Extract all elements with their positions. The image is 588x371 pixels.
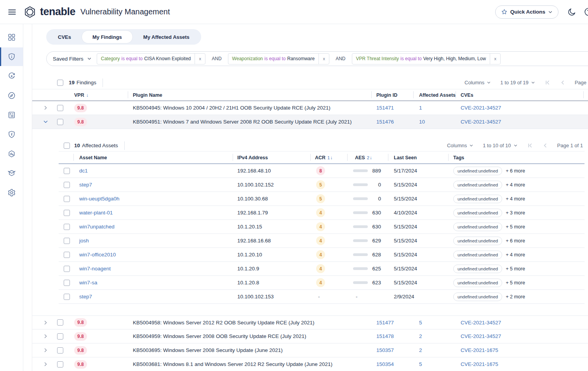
row-checkbox[interactable] [57,333,63,340]
column-header-aes[interactable]: AES 2 [347,152,388,164]
plugin-id-link[interactable]: 151477 [376,320,394,326]
affected-assets-link[interactable]: 2 [419,347,422,353]
expand-chevron-icon[interactable] [32,334,55,339]
tag-pill[interactable]: undefined:undefined [453,209,502,217]
sidebar-item-settings[interactable] [0,183,23,202]
affected-asset-row[interactable]: step710.100.102.153--2/9/2024undefined:u… [59,290,585,304]
cve-link[interactable]: CVE-2021-1675 [461,361,498,367]
dark-mode-moon-icon[interactable] [567,7,577,17]
previous-page-button[interactable] [542,143,548,148]
row-checkbox[interactable] [57,347,63,354]
cve-link[interactable]: CVE-2021-1675 [461,347,498,353]
asset-name-link[interactable]: win7-noagent [79,266,111,272]
affected-assets-link[interactable]: 10 [419,119,425,125]
more-tags-link[interactable]: + 4 more [506,196,525,202]
cve-link[interactable]: CVE-2021-34527 [461,320,501,326]
column-header-cves[interactable]: CVEs [456,89,583,101]
first-page-button[interactable] [527,143,533,148]
column-header-last-seen[interactable]: Last Seen [388,152,448,164]
column-header-plugin-name[interactable]: Plugin Name [128,89,371,101]
affected-asset-row[interactable]: josh192.168.16.6846295/15/2024undefined:… [59,234,585,248]
affected-asset-row[interactable]: win-ueupt5dga0h10.100.30.68505/15/2024un… [59,192,585,206]
affected-asset-row[interactable]: win7-noagent10.1.20.946255/15/2024undefi… [59,262,585,276]
column-header-plugin-id[interactable]: Plugin ID [371,89,413,101]
columns-dropdown[interactable]: Columns [464,80,491,85]
plugin-id-link[interactable]: 151471 [376,105,394,111]
column-header-ipv4[interactable]: IPv4 Address [233,152,310,164]
affected-assets-link[interactable]: 5 [419,320,422,326]
row-checkbox[interactable] [57,119,63,125]
more-tags-link[interactable]: + 6 more [506,238,525,244]
row-checkbox[interactable] [64,266,70,272]
plugin-id-link[interactable]: 150354 [376,361,394,367]
asset-name-link[interactable]: water-plant-01 [79,210,113,216]
more-tags-link[interactable]: + 2 more [506,294,525,300]
sidebar-item-reports[interactable] [0,106,23,124]
more-tags-link[interactable]: + 6 more [506,168,525,174]
column-header-acr[interactable]: ACR 1 [310,152,347,164]
affected-asset-row[interactable]: win7-sa10.1.20.846235/15/2024undefined:u… [59,276,585,290]
sidebar-item-attack-path[interactable] [0,125,23,144]
tag-pill[interactable]: undefined:undefined [453,223,502,231]
sidebar-item-dashboards[interactable] [0,28,23,47]
columns-dropdown[interactable]: Columns [447,143,473,148]
column-header-vpr[interactable]: VPR [68,89,128,101]
expand-chevron-icon[interactable] [32,320,55,325]
sidebar-item-findings[interactable] [0,47,23,66]
sidebar-item-scans[interactable] [0,67,23,85]
rows-range-dropdown[interactable]: 1 to 10 of 10 [483,143,517,148]
asset-name-link[interactable]: win7unpatched [79,224,115,230]
select-all-assets-checkbox[interactable] [64,143,70,149]
more-tags-link[interactable]: + 5 more [506,280,525,286]
cve-link[interactable]: CVE-2021-34527 [461,333,501,339]
remove-filter-button[interactable] [490,54,500,64]
tab-my-affected-assets[interactable]: My Affected Assets [133,30,200,44]
affected-asset-row[interactable]: win7unpatched10.1.20.1546305/15/2024unde… [59,220,585,234]
sidebar-item-explore[interactable] [0,86,23,105]
plugin-id-link[interactable]: 151476 [376,119,394,125]
tag-pill[interactable]: undefined:undefined [453,279,502,287]
finding-row[interactable]: 9.8KB5004958: Windows Server 2012 R2 OOB… [32,315,588,329]
affected-asset-row[interactable]: step710.100.102.152505/15/2024undefined:… [59,178,585,192]
first-page-button[interactable] [545,80,550,85]
previous-page-button[interactable] [560,80,565,85]
tag-pill[interactable]: undefined:undefined [453,251,502,259]
finding-row[interactable]: 9.8KB5003695: Windows Server 2008 Securi… [32,343,588,357]
sidebar-item-packages[interactable] [0,164,23,183]
finding-row[interactable]: 9.8KB5004959: Windows Server 2008 OOB Se… [32,329,588,343]
row-checkbox[interactable] [64,182,70,188]
more-tags-link[interactable]: + 5 more [506,266,525,272]
row-checkbox[interactable] [64,196,70,202]
row-checkbox[interactable] [64,294,70,300]
tag-pill[interactable]: undefined:undefined [453,181,502,189]
more-tags-link[interactable]: + 4 more [506,252,525,258]
expand-chevron-icon[interactable] [32,348,55,353]
tab-cves[interactable]: CVEs [47,30,82,44]
tag-pill[interactable]: undefined:undefined [453,167,502,175]
asset-name-link[interactable]: win-ueupt5dga0h [79,196,120,202]
collapse-chevron-icon[interactable] [32,119,55,124]
asset-name-link[interactable]: josh [79,238,89,244]
saved-filters-dropdown[interactable]: Saved Filters [53,56,92,62]
help-icon[interactable] [584,7,588,17]
column-header-asset-name[interactable]: Asset Name [73,152,233,164]
row-checkbox[interactable] [64,168,70,174]
finding-row[interactable]: 9.8KB5004945: Windows 10 2004 / 20H2 / 2… [32,101,588,115]
asset-name-link[interactable]: dc1 [79,168,88,174]
more-tags-link[interactable]: + 4 more [506,182,525,188]
expand-chevron-icon[interactable] [32,362,55,367]
row-checkbox[interactable] [64,210,70,216]
affected-asset-row[interactable]: dc1192.168.48.1088895/17/2024undefined:u… [59,164,585,178]
asset-name-link[interactable]: win7-office2010 [79,252,116,258]
rows-range-dropdown[interactable]: 1 to 19 of 19 [500,80,535,85]
column-header-tags[interactable]: Tags [448,152,585,164]
menu-icon[interactable] [6,6,18,18]
affected-assets-link[interactable]: 5 [419,361,422,367]
more-tags-link[interactable]: + 3 more [506,210,525,216]
remove-filter-button[interactable] [195,54,205,64]
select-all-checkbox[interactable] [57,80,63,86]
asset-name-link[interactable]: win7-sa [79,280,97,286]
affected-asset-row[interactable]: win7-office201010.1.20.1046285/15/2024un… [59,248,585,262]
tag-pill[interactable]: undefined:undefined [453,237,502,245]
remove-filter-button[interactable] [318,54,329,64]
